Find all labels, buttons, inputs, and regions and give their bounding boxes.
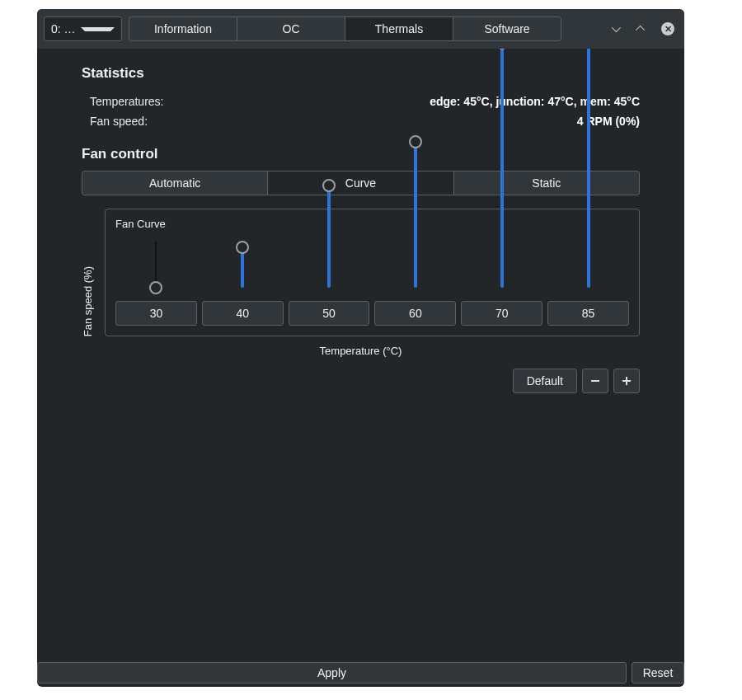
temperature-input[interactable]: 30 bbox=[115, 301, 197, 326]
fan-curve-column: 85 bbox=[547, 235, 629, 326]
fan-curve-slider[interactable] bbox=[202, 235, 284, 294]
fan-curve-column: 30 bbox=[115, 235, 197, 326]
fan-curve-slider[interactable] bbox=[547, 235, 629, 294]
slider-fill bbox=[414, 142, 417, 288]
temperatures-value: edge: 45°C, junction: 47°C, mem: 45°C bbox=[430, 95, 640, 108]
remove-point-button[interactable] bbox=[582, 369, 608, 393]
collapse-button[interactable] bbox=[605, 19, 625, 39]
fan-mode-curve[interactable]: Curve bbox=[267, 171, 453, 195]
slider-fill bbox=[327, 186, 331, 288]
slider-fill bbox=[500, 49, 504, 288]
tab-software[interactable]: Software bbox=[453, 16, 561, 41]
close-icon: ✕ bbox=[661, 22, 674, 35]
fan-curve-column: 70 bbox=[461, 235, 542, 326]
fan-speed-row: Fan speed: 4 RPM (0%) bbox=[82, 111, 640, 131]
statistics-heading: Statistics bbox=[82, 65, 640, 82]
fan-curve-sliders: 304050607085 bbox=[115, 235, 629, 326]
x-axis-label: Temperature (°C) bbox=[82, 345, 640, 357]
close-button[interactable]: ✕ bbox=[658, 19, 678, 39]
temperature-input[interactable]: 70 bbox=[461, 301, 542, 326]
chevron-down-icon bbox=[81, 27, 115, 31]
temperature-input[interactable]: 85 bbox=[547, 301, 629, 326]
fan-curve-box: Fan Curve 304050607085 bbox=[105, 209, 640, 336]
tab-oc[interactable]: OC bbox=[237, 16, 345, 41]
slider-thumb[interactable] bbox=[495, 49, 509, 49]
fan-mode-static[interactable]: Static bbox=[453, 171, 640, 195]
chevron-up-icon bbox=[636, 26, 645, 35]
fan-curve-slider[interactable] bbox=[461, 235, 542, 294]
reset-button[interactable]: Reset bbox=[632, 662, 684, 684]
fan-curve-slider[interactable] bbox=[115, 235, 197, 294]
slider-thumb[interactable] bbox=[322, 179, 336, 192]
content-area: Statistics Temperatures: edge: 45°C, jun… bbox=[37, 49, 684, 662]
fan-curve-slider[interactable] bbox=[289, 235, 370, 294]
temperatures-label: Temperatures: bbox=[90, 95, 163, 108]
tab-thermals[interactable]: Thermals bbox=[345, 16, 453, 41]
tab-information[interactable]: Information bbox=[129, 16, 237, 41]
fan-control-heading: Fan control bbox=[82, 146, 640, 162]
fan-curve-column: 50 bbox=[289, 235, 370, 326]
chevron-down-icon bbox=[612, 23, 621, 32]
expand-button[interactable] bbox=[632, 19, 651, 39]
titlebar: 0: Vega ... InformationOCThermalsSoftwar… bbox=[37, 9, 684, 49]
fan-curve-legend: Fan Curve bbox=[115, 218, 629, 230]
fan-curve-slider[interactable] bbox=[374, 235, 456, 294]
apply-button[interactable]: Apply bbox=[37, 662, 627, 684]
device-select-label: 0: Vega ... bbox=[51, 22, 77, 35]
plus-icon bbox=[622, 377, 631, 385]
minus-icon bbox=[591, 380, 599, 382]
default-button[interactable]: Default bbox=[513, 369, 577, 393]
slider-thumb[interactable] bbox=[236, 241, 249, 254]
temperature-input[interactable]: 60 bbox=[374, 301, 456, 326]
fan-mode-tabs: AutomaticCurveStatic bbox=[82, 171, 640, 195]
footer-bar: Apply Reset bbox=[37, 662, 684, 687]
temperature-input[interactable]: 40 bbox=[202, 301, 284, 326]
y-axis-label: Fan speed (%) bbox=[82, 209, 96, 336]
device-select[interactable]: 0: Vega ... bbox=[44, 16, 122, 41]
fan-curve-section: Fan speed (%) Fan Curve 304050607085 bbox=[82, 209, 640, 336]
fan-mode-automatic[interactable]: Automatic bbox=[82, 171, 268, 195]
fan-curve-column: 60 bbox=[374, 235, 456, 326]
curve-buttons-row: Default bbox=[82, 369, 640, 393]
main-tabs: InformationOCThermalsSoftware bbox=[129, 16, 561, 41]
app-window: 0: Vega ... InformationOCThermalsSoftwar… bbox=[37, 9, 684, 687]
slider-thumb[interactable] bbox=[409, 135, 422, 148]
temperatures-row: Temperatures: edge: 45°C, junction: 47°C… bbox=[82, 92, 640, 111]
add-point-button[interactable] bbox=[613, 369, 640, 393]
fan-curve-column: 40 bbox=[202, 235, 284, 326]
fan-speed-label: Fan speed: bbox=[90, 115, 148, 128]
temperature-input[interactable]: 50 bbox=[289, 301, 370, 326]
slider-thumb[interactable] bbox=[149, 281, 162, 294]
slider-fill bbox=[587, 49, 590, 288]
